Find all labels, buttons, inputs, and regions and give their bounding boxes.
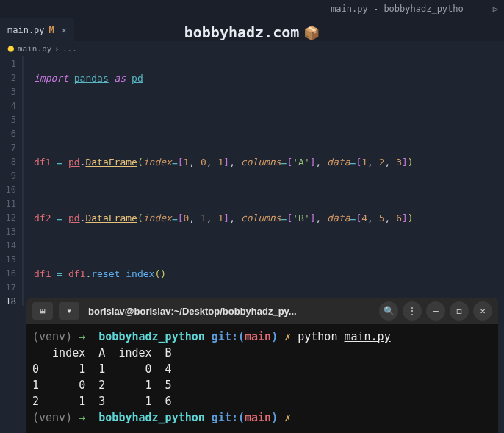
search-icon[interactable]: 🔍 — [379, 301, 398, 321]
minimize-icon[interactable]: — — [426, 301, 445, 321]
terminal-title: borislav@borislav:~/Desktop/bobbyhadz_py… — [85, 306, 373, 317]
chevron-right-icon: › — [54, 44, 60, 54]
breadcrumb-file: main.py — [18, 44, 51, 54]
box-icon: 📦 — [303, 25, 320, 40]
dropdown-button[interactable]: ▾ — [59, 302, 79, 320]
watermark: bobbyhadz.com 📦 — [184, 24, 320, 41]
breadcrumb-more: ... — [62, 44, 77, 54]
line-number-gutter: 1 2 3 4 5 6 7 8 9 10 11 12 13 14 15 16 1… — [0, 56, 24, 306]
tab-filename: main.py — [7, 25, 45, 35]
tab-main-py[interactable]: main.py M ✕ — [0, 18, 74, 41]
new-tab-button[interactable]: ⊞ — [32, 302, 53, 320]
window-title: main.py - bobbyhadz_pytho — [6, 0, 493, 18]
maximize-icon[interactable]: ◻ — [450, 301, 469, 321]
tab-modified-flag: M — [49, 25, 54, 35]
terminal-output[interactable]: (venv) → bobbyhadz_python git:(main) ✗ p… — [26, 324, 498, 433]
python-icon: ⬣ — [7, 44, 15, 54]
code-editor[interactable]: 1 2 3 4 5 6 7 8 9 10 11 12 13 14 15 16 1… — [0, 56, 504, 306]
window-titlebar: main.py - bobbyhadz_pytho ▷ — [0, 0, 504, 18]
close-icon[interactable]: ✕ — [62, 25, 67, 35]
menu-icon[interactable]: ⋮ — [403, 301, 422, 321]
play-icon[interactable]: ▷ — [493, 0, 498, 18]
close-window-icon[interactable]: ✕ — [473, 301, 492, 321]
code-area[interactable]: import pandas as pd df1 = pd.DataFrame(i… — [24, 56, 504, 306]
breadcrumb[interactable]: ⬣ main.py › ... — [0, 41, 504, 56]
terminal-panel: ⊞ ▾ borislav@borislav:~/Desktop/bobbyhad… — [26, 298, 498, 433]
terminal-header: ⊞ ▾ borislav@borislav:~/Desktop/bobbyhad… — [26, 298, 498, 324]
